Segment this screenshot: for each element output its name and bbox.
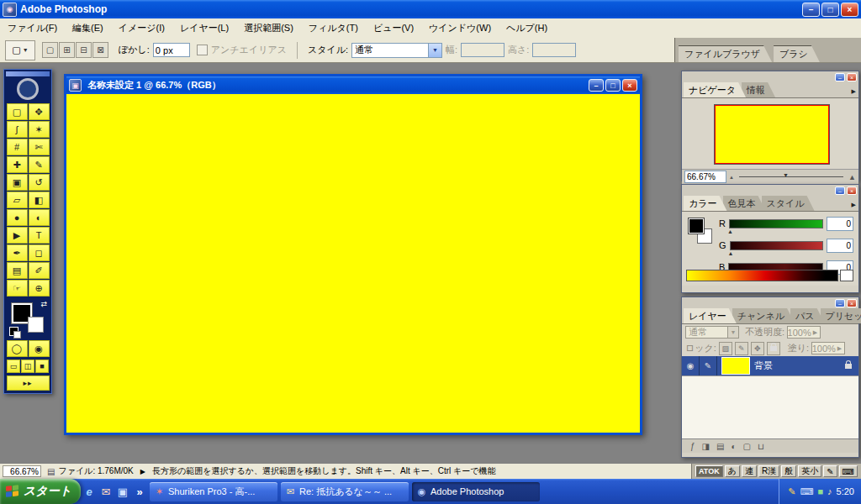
menu-select[interactable]: 選択範囲(S) — [236, 19, 301, 37]
tab-color[interactable]: カラー — [684, 196, 727, 211]
green-slider-thumb[interactable]: ▲ — [728, 250, 734, 256]
status-expand-icon[interactable]: ▶ — [140, 468, 145, 475]
navigator-zoom-input[interactable] — [684, 171, 726, 183]
close-button[interactable]: × — [841, 3, 858, 17]
layers-collapse-button[interactable]: – — [835, 299, 845, 307]
background-color-swatch[interactable] — [28, 317, 44, 333]
shape-tool[interactable]: ◻ — [29, 244, 50, 261]
eraser-tool[interactable]: ▱ — [7, 192, 28, 208]
layer-mask-icon[interactable]: ◨ — [702, 442, 710, 451]
ime-mode-rkan[interactable]: R漢 — [758, 465, 779, 477]
green-value-input[interactable] — [827, 239, 853, 253]
navigator-close-button[interactable]: × — [847, 73, 857, 81]
menu-view[interactable]: ビュー(V) — [366, 19, 421, 37]
taskbar-button-shuriken[interactable]: ✶ Shuriken Pro3 - 高-... — [150, 482, 277, 501]
height-input[interactable] — [532, 43, 576, 57]
taskbar-button-photoshop[interactable]: ◉ Adobe Photoshop — [412, 482, 540, 501]
tab-channels[interactable]: チャンネル — [732, 308, 795, 323]
lock-all-button[interactable] — [767, 342, 780, 355]
menu-filter[interactable]: フィルタ(T) — [301, 19, 366, 37]
taskbar-button-mail[interactable]: ✉ Re: 抵抗あるな～～ ... — [281, 482, 409, 501]
navigator-collapse-button[interactable]: – — [835, 73, 845, 81]
tab-info[interactable]: 情報 — [742, 82, 775, 97]
color-close-button[interactable]: × — [847, 186, 857, 195]
move-tool[interactable]: ✥ — [29, 103, 50, 120]
delete-layer-icon[interactable]: ⊔ — [758, 442, 764, 451]
layer-name[interactable]: 背景 — [754, 360, 773, 372]
dodge-tool[interactable]: ◐ — [29, 209, 50, 226]
lock-image-button[interactable]: ✎ — [735, 342, 748, 355]
layer-thumbnail[interactable] — [721, 357, 750, 375]
navigator-palette-menu-icon[interactable]: ▶ — [852, 88, 856, 95]
zoom-out-icon[interactable]: ▲ — [729, 175, 734, 180]
navigator-thumbnail[interactable] — [714, 104, 830, 165]
crop-tool[interactable]: # — [7, 139, 28, 155]
history-brush-tool[interactable]: ↺ — [29, 174, 50, 191]
tray-sound-icon[interactable]: ♪ — [827, 486, 832, 496]
lasso-tool[interactable]: ʃ — [7, 121, 28, 138]
zoom-tool[interactable]: ⊕ — [29, 280, 50, 297]
clone-stamp-tool[interactable]: ▣ — [7, 174, 28, 191]
layer-effects-icon[interactable]: ƒ — [690, 442, 695, 451]
red-value-input[interactable] — [827, 217, 853, 231]
quick-launch-mail-icon[interactable]: ✉ — [98, 484, 114, 499]
tray-pen-icon[interactable]: ✎ — [788, 486, 795, 497]
layers-palette-header[interactable]: – × — [682, 297, 858, 309]
lock-transparency-button[interactable]: ▨ — [719, 342, 732, 355]
canvas[interactable] — [66, 94, 640, 433]
start-button[interactable]: スタート — [0, 479, 81, 504]
zoom-in-icon[interactable]: ▲ — [848, 173, 856, 181]
new-layer-icon[interactable]: ▢ — [743, 442, 751, 451]
white-color-chip[interactable] — [840, 270, 853, 281]
default-colors-icon[interactable] — [9, 327, 18, 336]
standard-mode-button[interactable]: ◯ — [7, 340, 28, 357]
pen-tool[interactable]: ✒ — [7, 244, 28, 261]
tab-presets[interactable]: プリセット — [821, 308, 861, 323]
jump-to-imageready-button[interactable]: ▸▸ — [7, 375, 50, 391]
color-collapse-button[interactable]: – — [835, 186, 845, 195]
menu-window[interactable]: ウインドウ(W) — [421, 19, 499, 37]
opacity-field[interactable]: 100% ▶ — [787, 326, 821, 339]
brush-tool[interactable]: ✎ — [29, 156, 50, 173]
swap-colors-icon[interactable]: ⇄ — [40, 300, 47, 308]
fill-field[interactable]: 100% ▶ — [811, 342, 845, 354]
opacity-arrow-icon[interactable]: ▶ — [813, 329, 817, 336]
ime-mode-eisho[interactable]: 英小 — [798, 465, 821, 477]
ime-mode-hiragana[interactable]: あ — [725, 465, 740, 477]
gradient-tool[interactable]: ◧ — [29, 192, 50, 208]
fill-arrow-icon[interactable]: ▶ — [837, 345, 842, 352]
blend-mode-select[interactable]: 通常 ▼ — [685, 326, 739, 339]
path-selection-tool[interactable]: ▶ — [7, 227, 28, 244]
status-zoom-field[interactable]: 66.67% — [3, 465, 41, 477]
subtract-selection-button[interactable]: ⊟ — [76, 42, 92, 58]
minimize-button[interactable]: – — [802, 3, 820, 17]
red-channel-slider[interactable]: ▲ — [729, 219, 823, 228]
menu-file[interactable]: ファイル(F) — [0, 19, 65, 37]
hand-tool[interactable]: ☞ — [7, 280, 28, 297]
fullscreen-button[interactable]: ■ — [35, 360, 49, 373]
status-file-info[interactable]: ファイル: 1.76M/0K — [58, 465, 133, 477]
menu-help[interactable]: ヘルプ(H) — [499, 19, 555, 37]
color-palette-menu-icon[interactable]: ▶ — [852, 202, 856, 208]
tab-file-browser[interactable]: ファイルブラウザ — [679, 45, 772, 62]
navigator-zoom-slider[interactable]: ▼ — [739, 176, 843, 177]
intersect-selection-button[interactable]: ⊠ — [92, 42, 108, 58]
red-slider-thumb[interactable]: ▲ — [727, 228, 733, 234]
type-tool[interactable]: T — [29, 227, 50, 244]
quick-mask-button[interactable]: ◉ — [29, 340, 50, 357]
color-palette-header[interactable]: – × — [682, 185, 858, 197]
tab-styles[interactable]: スタイル — [762, 196, 815, 211]
ime-keyboard-icon[interactable]: ⌨ — [839, 465, 858, 477]
toolbox-grip[interactable] — [6, 71, 50, 76]
background-layer-row[interactable]: ◉ ✎ 背景 — [682, 356, 858, 375]
adjustment-layer-icon[interactable]: ◐ — [731, 442, 736, 451]
zoom-slider-thumb[interactable]: ▼ — [783, 172, 789, 178]
tab-swatches[interactable]: 色見本 — [723, 196, 766, 211]
layer-set-icon[interactable]: ▤ — [716, 442, 724, 451]
magic-wand-tool[interactable]: ✶ — [29, 121, 50, 138]
quick-launch-overflow-chevron[interactable]: » — [132, 484, 147, 499]
ime-brand-button[interactable]: ATOK — [695, 465, 723, 477]
antialias-checkbox[interactable] — [197, 45, 208, 55]
quick-launch-ie-icon[interactable]: e — [82, 484, 97, 499]
layer-visibility-eye-icon[interactable]: ◉ — [682, 356, 700, 375]
